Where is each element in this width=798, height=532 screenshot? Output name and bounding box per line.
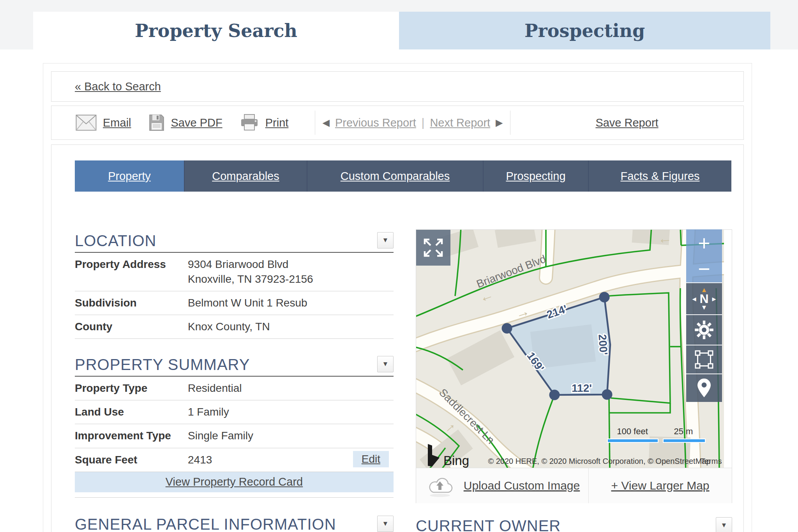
land-use-row: Land Use 1 Family — [75, 400, 394, 424]
property-address-line2: Knoxville, TN 37923-2156 — [188, 272, 313, 287]
subdivision-label: Subdivision — [75, 296, 188, 310]
property-type-label: Property Type — [75, 381, 188, 396]
zoom-out-button[interactable]: − — [686, 256, 722, 282]
report-tab-property-label: Property — [108, 170, 151, 183]
current-owner-collapse-button[interactable]: ▼ — [716, 517, 732, 532]
scale-meters-label: 25 m — [674, 426, 693, 436]
general-parcel-heading: GENERAL PARCEL INFORMATION — [75, 516, 336, 532]
email-label: Email — [103, 116, 131, 129]
save-report-link[interactable]: Save Report — [595, 116, 658, 129]
map-zoom-controls: + − — [686, 229, 722, 282]
compass-left-icon: ◂ — [692, 293, 696, 305]
map-settings-button[interactable] — [686, 314, 722, 345]
print-button[interactable]: Print — [240, 114, 289, 132]
report-tab-custom-comparables[interactable]: Custom Comparables — [307, 160, 484, 192]
property-type-value: Residential — [188, 381, 242, 396]
report-tab-facts-figures-label: Facts & Figures — [620, 170, 699, 183]
report-body: Property Comparables Custom Comparables … — [51, 144, 744, 532]
property-address-line1: 9304 Briarwood Blvd — [188, 257, 313, 272]
location-collapse-button[interactable]: ▼ — [377, 232, 394, 248]
page: Property Search Prospecting « Back to Se… — [0, 0, 798, 532]
square-feet-row: Square Feet 2413 Edit — [75, 448, 394, 472]
tab-prospecting-label: Prospecting — [524, 20, 645, 41]
zoom-in-button[interactable]: + — [686, 230, 722, 256]
parcel-dim-112: 112' — [572, 382, 592, 394]
general-parcel-collapse-button[interactable]: ▼ — [377, 516, 394, 532]
current-owner-heading: CURRENT OWNER — [416, 517, 561, 532]
report-nav-tabs: Property Comparables Custom Comparables … — [75, 160, 732, 192]
map-bottom-bar: Upload Custom Image + View Larger Map — [416, 468, 732, 503]
svg-text:←: ← — [657, 230, 673, 247]
location-pin-icon — [694, 377, 715, 400]
square-feet-label: Square Feet — [75, 453, 188, 467]
upload-custom-image-button[interactable]: Upload Custom Image — [416, 468, 589, 503]
county-row: County Knox County, TN — [75, 315, 394, 339]
compass-down-icon: ▼ — [701, 305, 708, 310]
view-larger-map-label: + View Larger Map — [611, 479, 709, 492]
report-tab-prospecting-label: Prospecting — [506, 170, 565, 183]
property-summary-collapse-button[interactable]: ▼ — [377, 356, 394, 372]
compass-right-icon: ▸ — [712, 293, 716, 305]
map-fullscreen-button[interactable] — [416, 230, 450, 266]
subdivision-value: Belmont W Unit 1 Resub — [188, 296, 307, 310]
location-section-header: LOCATION ▼ — [75, 232, 394, 253]
map-measure-button[interactable] — [686, 345, 722, 373]
view-larger-map-button[interactable]: + View Larger Map — [589, 468, 732, 503]
county-value: Knox County, TN — [188, 319, 270, 334]
current-owner-section-header: CURRENT OWNER ▼ — [416, 517, 732, 532]
edit-label: Edit — [362, 453, 380, 465]
map-terms-link[interactable]: Terms — [701, 457, 722, 465]
previous-report-arrow-icon: ◀ — [322, 117, 329, 128]
zoom-in-icon: + — [698, 231, 710, 255]
save-pdf-label: Save PDF — [171, 116, 222, 129]
land-use-value: 1 Family — [188, 405, 229, 419]
report-tab-facts-figures[interactable]: Facts & Figures — [589, 160, 731, 192]
scale-feet-label: 100 feet — [617, 426, 648, 436]
tab-property-search-label: Property Search — [135, 20, 297, 41]
report-tab-comparables[interactable]: Comparables — [185, 160, 307, 192]
subdivision-row: Subdivision Belmont W Unit 1 Resub — [75, 291, 394, 315]
edit-square-feet-button[interactable]: Edit — [353, 451, 389, 467]
land-use-label: Land Use — [75, 405, 188, 419]
map-location-pin-button[interactable] — [686, 373, 722, 402]
map-compass-control[interactable]: ▲ ◂ N ▸ ▼ — [686, 282, 722, 314]
email-button[interactable]: Email — [76, 115, 131, 131]
dropdown-icon: ▼ — [382, 236, 389, 244]
property-summary-section-header: PROPERTY SUMMARY ▼ — [75, 356, 394, 377]
report-tab-prospecting[interactable]: Prospecting — [484, 160, 589, 192]
left-column: LOCATION ▼ Property Address 9304 Briarwo… — [75, 232, 394, 532]
measure-area-icon — [694, 349, 715, 370]
compass-north-label: N — [699, 293, 708, 305]
save-pdf-button[interactable]: Save PDF — [148, 114, 222, 132]
location-heading: LOCATION — [75, 232, 157, 250]
map-controls: + − ▲ ◂ N ▸ ▼ — [686, 229, 722, 402]
property-type-row: Property Type Residential — [75, 377, 394, 400]
report-tab-comparables-label: Comparables — [212, 170, 279, 183]
next-report-arrow-icon: ▶ — [496, 117, 503, 128]
view-property-record-card-band[interactable]: View Property Record Card — [75, 472, 394, 492]
map-attribution: © 2020 HERE, © 2020 Microsoft Corporatio… — [488, 457, 722, 465]
tab-property-search[interactable]: Property Search — [33, 12, 399, 49]
general-parcel-section-header: GENERAL PARCEL INFORMATION ▼ — [75, 516, 394, 532]
report-tab-property[interactable]: Property — [75, 160, 185, 192]
report-container: « Back to Search Email — [43, 63, 752, 532]
dropdown-icon: ▼ — [382, 360, 389, 368]
dropdown-icon: ▼ — [382, 520, 389, 528]
dropdown-icon: ▼ — [721, 521, 727, 529]
improvement-type-label: Improvement Type — [75, 428, 188, 443]
upload-custom-image-label: Upload Custom Image — [464, 479, 580, 492]
property-address-row: Property Address 9304 Briarwood Blvd Kno… — [75, 253, 394, 291]
cloud-upload-icon — [425, 474, 455, 498]
parcel-dim-200: 200' — [596, 334, 610, 355]
previous-report-link[interactable]: Previous Report — [335, 116, 416, 129]
improvement-type-value: Single Family — [188, 428, 253, 443]
bing-map[interactable]: ← → ← → Briarwood Blvd Saddlecrest Ln — [416, 230, 724, 468]
back-to-search-link[interactable]: « Back to Search — [75, 80, 161, 93]
tab-prospecting[interactable]: Prospecting — [399, 12, 770, 49]
bing-logo-text: Bing — [443, 453, 469, 468]
zoom-out-icon: − — [698, 257, 710, 281]
property-summary-heading: PROPERTY SUMMARY — [75, 356, 250, 373]
next-report-link[interactable]: Next Report — [430, 116, 490, 129]
map-copyright: © 2020 HERE, © 2020 Microsoft Corporatio… — [488, 457, 710, 465]
square-feet-value: 2413 — [188, 453, 212, 467]
